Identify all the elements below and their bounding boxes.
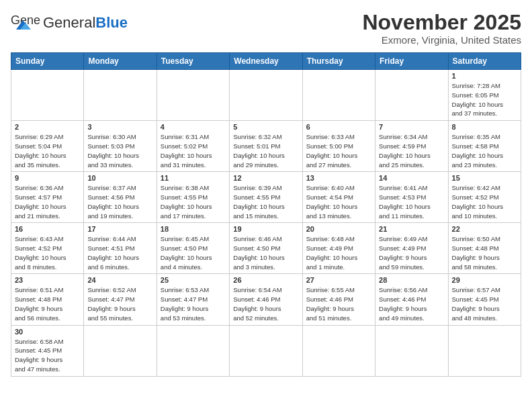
calendar-cell: 8Sunrise: 6:35 AM Sunset: 4:58 PM Daylig… [448, 121, 521, 172]
day-info: Sunrise: 6:35 AM Sunset: 4:58 PM Dayligh… [452, 132, 517, 169]
day-number: 12 [233, 174, 298, 182]
day-number: 29 [452, 276, 517, 284]
day-number: 27 [306, 276, 371, 284]
day-number: 30 [15, 328, 80, 336]
calendar-cell [84, 325, 157, 376]
calendar-cell: 10Sunrise: 6:37 AM Sunset: 4:56 PM Dayli… [84, 172, 157, 223]
calendar-cell: 4Sunrise: 6:31 AM Sunset: 5:02 PM Daylig… [157, 121, 229, 172]
day-number: 9 [15, 174, 80, 182]
calendar-cell: 16Sunrise: 6:43 AM Sunset: 4:52 PM Dayli… [11, 223, 84, 274]
day-number: 5 [233, 123, 298, 131]
calendar-cell: 7Sunrise: 6:34 AM Sunset: 4:59 PM Daylig… [375, 121, 448, 172]
day-info: Sunrise: 6:30 AM Sunset: 5:03 PM Dayligh… [87, 132, 152, 169]
day-number: 4 [161, 123, 226, 131]
month-title: November 2025 [362, 11, 521, 34]
day-number: 10 [87, 174, 152, 182]
calendar-cell: 28Sunrise: 6:56 AM Sunset: 4:46 PM Dayli… [375, 274, 448, 325]
weekday-header-monday: Monday [84, 53, 157, 70]
day-info: Sunrise: 6:43 AM Sunset: 4:52 PM Dayligh… [15, 234, 80, 271]
calendar-cell: 13Sunrise: 6:40 AM Sunset: 4:54 PM Dayli… [302, 172, 375, 223]
day-info: Sunrise: 6:37 AM Sunset: 4:56 PM Dayligh… [87, 183, 152, 220]
day-info: Sunrise: 6:41 AM Sunset: 4:53 PM Dayligh… [379, 183, 444, 220]
calendar-cell: 11Sunrise: 6:38 AM Sunset: 4:55 PM Dayli… [157, 172, 229, 223]
day-number: 8 [452, 123, 517, 131]
day-number: 20 [306, 225, 371, 233]
calendar-cell: 30Sunrise: 6:58 AM Sunset: 4:45 PM Dayli… [11, 325, 84, 376]
day-info: Sunrise: 6:44 AM Sunset: 4:51 PM Dayligh… [87, 234, 152, 271]
calendar-cell [11, 70, 84, 121]
day-number: 22 [452, 225, 517, 233]
calendar-cell [230, 325, 302, 376]
calendar-cell: 24Sunrise: 6:52 AM Sunset: 4:47 PM Dayli… [84, 274, 157, 325]
day-info: Sunrise: 7:28 AM Sunset: 6:05 PM Dayligh… [452, 81, 517, 118]
weekday-header-sunday: Sunday [11, 53, 84, 70]
calendar-cell [84, 70, 157, 121]
day-info: Sunrise: 6:38 AM Sunset: 4:55 PM Dayligh… [161, 183, 226, 220]
calendar-cell [157, 70, 229, 121]
day-info: Sunrise: 6:34 AM Sunset: 4:59 PM Dayligh… [379, 132, 444, 169]
day-number: 14 [379, 174, 444, 182]
day-number: 16 [15, 225, 80, 233]
day-number: 17 [87, 225, 152, 233]
calendar-cell: 22Sunrise: 6:50 AM Sunset: 4:48 PM Dayli… [448, 223, 521, 274]
calendar-cell: 19Sunrise: 6:46 AM Sunset: 4:50 PM Dayli… [230, 223, 302, 274]
day-number: 26 [233, 276, 298, 284]
day-number: 2 [15, 123, 80, 131]
day-info: Sunrise: 6:36 AM Sunset: 4:57 PM Dayligh… [15, 183, 80, 220]
logo-general-text: General [43, 14, 95, 31]
calendar-cell: 29Sunrise: 6:57 AM Sunset: 4:45 PM Dayli… [448, 274, 521, 325]
calendar-cell [302, 325, 375, 376]
title-block: November 2025 Exmore, Virginia, United S… [362, 11, 521, 46]
day-info: Sunrise: 6:54 AM Sunset: 4:46 PM Dayligh… [233, 285, 298, 322]
day-number: 3 [87, 123, 152, 131]
calendar-cell: 3Sunrise: 6:30 AM Sunset: 5:03 PM Daylig… [84, 121, 157, 172]
day-info: Sunrise: 6:40 AM Sunset: 4:54 PM Dayligh… [306, 183, 371, 220]
day-number: 25 [161, 276, 226, 284]
calendar-week-row: 16Sunrise: 6:43 AM Sunset: 4:52 PM Dayli… [11, 223, 521, 274]
calendar-cell: 26Sunrise: 6:54 AM Sunset: 4:46 PM Dayli… [230, 274, 302, 325]
weekday-header-friday: Friday [375, 53, 448, 70]
calendar-cell [375, 325, 448, 376]
day-info: Sunrise: 6:51 AM Sunset: 4:48 PM Dayligh… [15, 285, 80, 322]
day-number: 18 [161, 225, 226, 233]
calendar-cell [157, 325, 229, 376]
day-info: Sunrise: 6:56 AM Sunset: 4:46 PM Dayligh… [379, 285, 444, 322]
day-info: Sunrise: 6:32 AM Sunset: 5:01 PM Dayligh… [233, 132, 298, 169]
day-number: 6 [306, 123, 371, 131]
calendar-cell: 27Sunrise: 6:55 AM Sunset: 4:46 PM Dayli… [302, 274, 375, 325]
calendar-cell: 1Sunrise: 7:28 AM Sunset: 6:05 PM Daylig… [448, 70, 521, 121]
day-info: Sunrise: 6:39 AM Sunset: 4:55 PM Dayligh… [233, 183, 298, 220]
calendar-cell [302, 70, 375, 121]
calendar-cell: 5Sunrise: 6:32 AM Sunset: 5:01 PM Daylig… [230, 121, 302, 172]
day-info: Sunrise: 6:33 AM Sunset: 5:00 PM Dayligh… [306, 132, 371, 169]
day-info: Sunrise: 6:48 AM Sunset: 4:49 PM Dayligh… [306, 234, 371, 271]
day-info: Sunrise: 6:57 AM Sunset: 4:45 PM Dayligh… [452, 285, 517, 322]
day-info: Sunrise: 6:31 AM Sunset: 5:02 PM Dayligh… [161, 132, 226, 169]
day-number: 11 [161, 174, 226, 182]
day-info: Sunrise: 6:45 AM Sunset: 4:50 PM Dayligh… [161, 234, 226, 271]
calendar-table: SundayMondayTuesdayWednesdayThursdayFrid… [11, 52, 521, 376]
weekday-header-saturday: Saturday [448, 53, 521, 70]
calendar-cell: 25Sunrise: 6:53 AM Sunset: 4:47 PM Dayli… [157, 274, 229, 325]
day-number: 23 [15, 276, 80, 284]
weekday-header-thursday: Thursday [302, 53, 375, 70]
day-number: 15 [452, 174, 517, 182]
day-number: 7 [379, 123, 444, 131]
logo: General GeneralBlue [11, 11, 128, 35]
calendar-week-row: 30Sunrise: 6:58 AM Sunset: 4:45 PM Dayli… [11, 325, 521, 376]
calendar-cell [375, 70, 448, 121]
day-info: Sunrise: 6:49 AM Sunset: 4:49 PM Dayligh… [379, 234, 444, 271]
calendar-cell: 18Sunrise: 6:45 AM Sunset: 4:50 PM Dayli… [157, 223, 229, 274]
day-number: 24 [87, 276, 152, 284]
weekday-header-wednesday: Wednesday [230, 53, 302, 70]
day-info: Sunrise: 6:29 AM Sunset: 5:04 PM Dayligh… [15, 132, 80, 169]
calendar-cell: 17Sunrise: 6:44 AM Sunset: 4:51 PM Dayli… [84, 223, 157, 274]
calendar-cell: 2Sunrise: 6:29 AM Sunset: 5:04 PM Daylig… [11, 121, 84, 172]
calendar-cell [230, 70, 302, 121]
calendar-cell: 9Sunrise: 6:36 AM Sunset: 4:57 PM Daylig… [11, 172, 84, 223]
day-info: Sunrise: 6:46 AM Sunset: 4:50 PM Dayligh… [233, 234, 298, 271]
day-number: 19 [233, 225, 298, 233]
day-number: 21 [379, 225, 444, 233]
calendar-cell: 21Sunrise: 6:49 AM Sunset: 4:49 PM Dayli… [375, 223, 448, 274]
calendar-cell [448, 325, 521, 376]
